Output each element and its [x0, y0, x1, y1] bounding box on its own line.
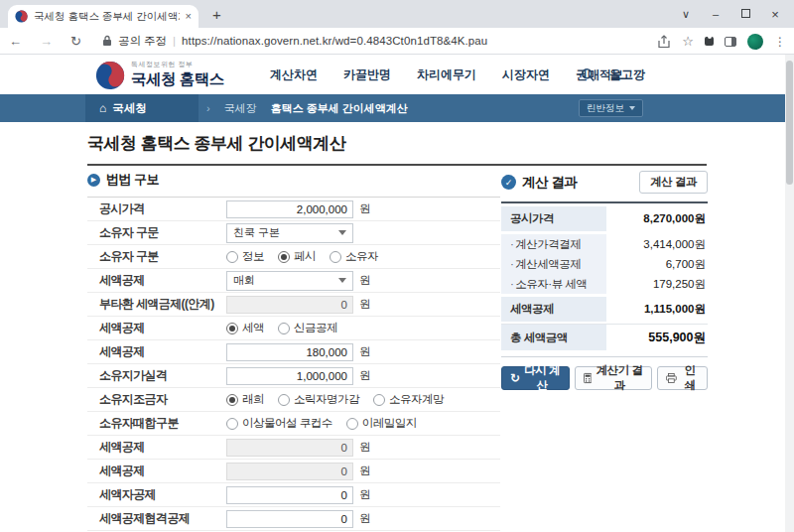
field-select[interactable]: 친쿡 구본	[226, 223, 353, 243]
field-control: 원	[226, 510, 371, 528]
radio-icon[interactable]	[226, 251, 238, 263]
section-bullet-icon: ▶	[87, 174, 100, 187]
radio-option[interactable]: 소유자계망	[373, 392, 444, 407]
radio-icon[interactable]	[373, 394, 385, 406]
tab-title: 국세청 홈택스 종부세 간이세액계	[34, 10, 180, 24]
page-scrollbar[interactable]	[785, 55, 794, 532]
radio-option[interactable]: 세액	[226, 321, 264, 335]
breadcrumb-parent[interactable]: 국세장	[224, 101, 257, 116]
radio-label: 정보	[242, 249, 264, 264]
home-menu[interactable]: ⌂ 국세청	[85, 94, 198, 122]
radio-icon[interactable]	[278, 394, 290, 406]
nav-item[interactable]: 시장자연	[502, 66, 550, 83]
result-value: 1,115,000원	[606, 302, 708, 317]
field-input[interactable]	[226, 343, 353, 361]
unit-label: 원	[359, 273, 371, 288]
breadcrumb-current: 홈택스 종부세 간이세액계산	[271, 101, 408, 116]
result-value: 555,900원	[606, 330, 708, 346]
field-label: 세액공제	[99, 463, 226, 479]
breadcrumb-bar: ⌂ 국세청 › 국세장 홈택스 종부세 간이세액계산 린반정보	[0, 94, 794, 122]
hometax-logo[interactable]: 독세정보위헌 정부 국세청 홈택스	[95, 60, 224, 90]
browser-menu-icon[interactable]: ⋮	[774, 35, 786, 49]
close-window-button[interactable]: ×	[760, 7, 790, 22]
calc-result-header-button[interactable]: 계산 결과	[639, 171, 708, 194]
radio-label: 래희	[242, 392, 264, 407]
radio-icon[interactable]	[226, 394, 238, 406]
field-control: 원	[226, 463, 371, 480]
radio-icon[interactable]	[278, 323, 290, 334]
field-control: 이상물어설 쿠컵수이레밀일지	[226, 416, 425, 431]
nav-item[interactable]: 카끌반명	[343, 66, 391, 83]
browser-tab[interactable]: 국세청 홈택스 종부세 간이세액계 ×	[8, 5, 198, 28]
share-icon[interactable]	[657, 35, 671, 49]
brand-title: 국세청 홈택스	[131, 69, 224, 90]
results-list: 공시가격8,270,000원계산가격결제3,414,000원계산세액공제6,70…	[501, 201, 708, 357]
result-label: 총 세액금액	[501, 325, 606, 350]
new-tab-button[interactable]: +	[206, 4, 227, 25]
radio-option[interactable]: 신금공제	[278, 321, 337, 335]
radio-icon[interactable]	[226, 323, 238, 334]
form-row: 소유자 구문친쿡 구본	[87, 221, 500, 245]
field-input[interactable]	[226, 486, 353, 504]
forward-icon[interactable]: →	[31, 34, 62, 49]
site-header: 독세정보위헌 정부 국세청 홈택스 계산차연카끌반명차리에무기시장자연권매적보 …	[0, 55, 784, 94]
field-input[interactable]	[226, 367, 353, 385]
field-input[interactable]	[226, 200, 353, 218]
result-row: 소유자·뷰 세액179,250원	[501, 274, 708, 294]
radio-option[interactable]: 이레밀일지	[346, 416, 417, 431]
recalculate-button[interactable]: ↻ 다시 계산	[501, 366, 570, 390]
radio-option[interactable]: 소릭자명가감	[278, 392, 359, 407]
extensions-icon[interactable]	[705, 37, 714, 46]
nav-item[interactable]: 계산차연	[270, 66, 318, 83]
field-select[interactable]: 매회	[226, 271, 353, 291]
radio-option[interactable]: 소유자	[330, 249, 378, 264]
radio-option[interactable]: 페시	[278, 249, 316, 264]
side-panel-icon[interactable]	[725, 37, 736, 47]
field-input	[226, 439, 353, 457]
back-icon[interactable]: ←	[0, 34, 31, 49]
field-label: 세액공제	[99, 343, 226, 360]
reload-icon[interactable]: ↻	[62, 34, 90, 49]
result-label: 공시가격	[501, 206, 606, 231]
unit-label: 원	[359, 201, 371, 216]
nav-item[interactable]: 차리에무기	[417, 66, 476, 83]
lock-icon	[102, 35, 112, 47]
info-dropdown-button[interactable]: 린반정보	[579, 99, 643, 117]
radio-option[interactable]: 정보	[226, 249, 264, 264]
field-control: 원	[226, 200, 371, 218]
search-icon[interactable]	[581, 67, 596, 82]
profile-avatar[interactable]	[747, 34, 763, 50]
result-row: 계산가격결제3,414,000원	[501, 234, 708, 254]
field-control: 래희소릭자명가감소유자계망	[226, 392, 452, 407]
radio-option[interactable]: 이상물어설 쿠컵수	[226, 416, 332, 431]
form-row: 세액공제세액신금공제	[87, 317, 500, 340]
result-value: 179,250원	[606, 277, 708, 292]
printer-icon	[666, 372, 677, 384]
radio-icon[interactable]	[346, 418, 358, 430]
minimize-button[interactable]: –	[701, 8, 730, 20]
form-row: 부타환 세액금제((안계)원	[87, 293, 500, 317]
radio-option[interactable]: 래희	[226, 392, 264, 407]
tab-search-icon[interactable]: ∨	[671, 8, 701, 21]
url-field[interactable]: 공의 주정 | https://nationax.govern.net.kr/w…	[102, 34, 487, 49]
unit-label: 원	[359, 487, 371, 502]
print-button[interactable]: 인쇄	[657, 366, 708, 390]
login-link[interactable]: 을고깡	[609, 66, 645, 83]
tab-close-icon[interactable]: ×	[186, 11, 192, 22]
radio-icon[interactable]	[278, 251, 290, 263]
radio-icon[interactable]	[226, 418, 238, 430]
field-label: 소유지조금자	[99, 391, 226, 408]
maximize-button[interactable]	[730, 8, 760, 20]
field-control: 원	[226, 343, 371, 361]
bookmark-star-icon[interactable]: ☆	[682, 35, 694, 48]
result-value: 3,414,000원	[606, 237, 708, 252]
field-label: 세액공제	[99, 320, 226, 336]
url-text: https://nationax.govern.net.kr/wd=0.4843…	[182, 35, 487, 47]
radio-icon[interactable]	[330, 251, 341, 263]
field-label: 세액공제협격공제	[99, 510, 226, 527]
scrollbar-thumb[interactable]	[786, 61, 793, 185]
field-input[interactable]	[226, 510, 353, 528]
calc-form: ▶ 법법 구보 공시가격원소유자 구문친쿡 구본소유자 구분정보페시소유자세액공…	[87, 171, 500, 532]
calculator-result-button[interactable]: 계산기 결과	[575, 366, 652, 390]
taegeuk-icon	[95, 61, 125, 90]
